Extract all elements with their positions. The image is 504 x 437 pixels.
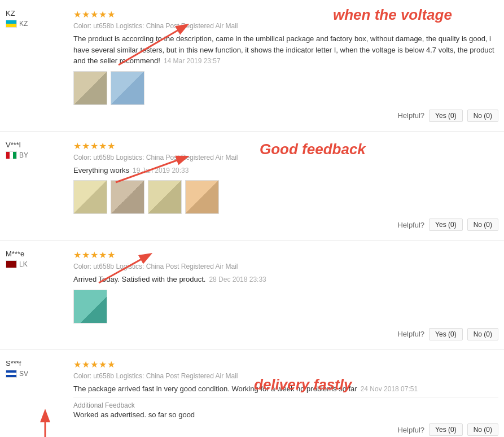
review-text: Everything works19 Jan 2019 20:33 <box>73 165 498 176</box>
review-images <box>73 290 498 324</box>
helpful-no-button[interactable]: No (0) <box>467 218 498 231</box>
country-flag: BY <box>6 151 28 159</box>
reviewer-info: S***fSV <box>6 359 68 436</box>
review-item: S***fSV★★★★★Color: ut658b Logistics: Chi… <box>0 350 504 438</box>
review-thumbnail[interactable] <box>73 290 107 324</box>
helpful-no-button[interactable]: No (0) <box>467 110 498 122</box>
review-date: 24 Nov 2018 07:51 <box>361 385 418 393</box>
country-label: SV <box>19 370 28 378</box>
star-rating: ★★★★★ <box>73 250 498 260</box>
reviewer-name: M***e <box>6 250 24 258</box>
star-rating: ★★★★★ <box>73 359 498 370</box>
star-rating: ★★★★★ <box>73 9 498 20</box>
product-info: Color: ut658b Logistics: China Post Regi… <box>73 372 498 380</box>
review-text: The product is according to the descript… <box>73 33 498 67</box>
flag-icon <box>6 20 17 28</box>
country-label: BY <box>19 151 28 159</box>
product-info: Color: ut658b Logistics: China Post Regi… <box>73 263 498 270</box>
reviewer-name: KZ <box>6 9 15 18</box>
helpful-label: Helpful? <box>397 221 424 229</box>
helpful-no-button[interactable]: No (0) <box>467 328 498 340</box>
review-list: KZKZ★★★★★Color: ut658b Logistics: China … <box>0 0 504 437</box>
review-content: ★★★★★Color: ut658b Logistics: China Post… <box>68 9 498 122</box>
helpful-label: Helpful? <box>397 426 424 434</box>
review-thumbnail[interactable] <box>148 180 182 214</box>
helpful-yes-button[interactable]: Yes (0) <box>429 218 463 231</box>
review-images <box>73 180 498 214</box>
review-content: ★★★★★Color: ut658b Logistics: China Post… <box>68 359 498 436</box>
helpful-section: Helpful?Yes (0)No (0) <box>73 110 498 122</box>
review-date: 28 Dec 2018 23:33 <box>209 276 266 283</box>
country-flag: SV <box>6 370 28 378</box>
flag-icon <box>6 370 17 378</box>
helpful-section: Helpful?Yes (0)No (0) <box>73 218 498 231</box>
reviewer-info: M***eLK <box>6 250 68 340</box>
review-date: 19 Jan 2019 20:33 <box>133 167 189 174</box>
country-flag: KZ <box>6 20 28 28</box>
additional-feedback: Additional Feedback <box>73 397 498 410</box>
helpful-label: Helpful? <box>397 111 424 120</box>
review-date: 14 Mar 2019 23:57 <box>164 57 221 65</box>
helpful-section: Helpful?Yes (0)No (0) <box>73 328 498 340</box>
reviewer-name: V***l <box>6 141 21 149</box>
star-rating: ★★★★★ <box>73 141 498 151</box>
review-thumbnail[interactable] <box>73 180 107 214</box>
review-content: ★★★★★Color: ut658b Logistics: China Post… <box>68 250 498 340</box>
review-thumbnail[interactable] <box>73 71 107 105</box>
country-flag: LK <box>6 260 28 268</box>
country-label: KZ <box>19 20 28 28</box>
helpful-yes-button[interactable]: Yes (0) <box>429 423 463 436</box>
review-thumbnail[interactable] <box>111 180 144 214</box>
product-info: Color: ut658b Logistics: China Post Regi… <box>73 22 498 30</box>
review-thumbnail[interactable] <box>111 71 144 105</box>
helpful-label: Helpful? <box>397 330 424 338</box>
review-item: M***eLK★★★★★Color: ut658b Logistics: Chi… <box>0 241 504 350</box>
helpful-yes-button[interactable]: Yes (0) <box>429 328 463 340</box>
review-images <box>73 71 498 105</box>
helpful-no-button[interactable]: No (0) <box>467 423 498 436</box>
review-item: KZKZ★★★★★Color: ut658b Logistics: China … <box>0 0 504 132</box>
flag-icon <box>6 151 17 159</box>
additional-feedback-text: Worked as advertised. so far so good <box>73 410 498 419</box>
flag-icon <box>6 260 17 268</box>
product-info: Color: ut658b Logistics: China Post Regi… <box>73 154 498 161</box>
reviewer-info: V***lBY <box>6 141 68 231</box>
review-item: V***lBY★★★★★Color: ut658b Logistics: Chi… <box>0 132 504 241</box>
review-thumbnail[interactable] <box>185 180 219 214</box>
reviewer-name: S***f <box>6 359 21 368</box>
helpful-yes-button[interactable]: Yes (0) <box>429 110 463 122</box>
review-text: The package arrived fast in very good co… <box>73 383 498 395</box>
country-label: LK <box>19 260 28 268</box>
reviewer-info: KZKZ <box>6 9 68 122</box>
helpful-section: Helpful?Yes (0)No (0) <box>73 423 498 436</box>
review-text: Arrived Today. Satisfied with the produc… <box>73 274 498 285</box>
review-content: ★★★★★Color: ut658b Logistics: China Post… <box>68 141 498 231</box>
